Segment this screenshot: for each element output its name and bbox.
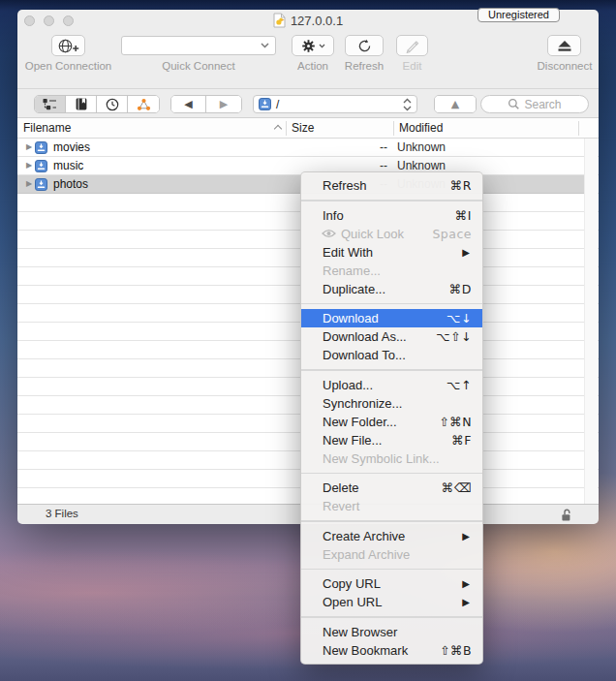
scrollbar-track[interactable] bbox=[584, 139, 598, 504]
menu-item-label: Synchronize... bbox=[323, 394, 402, 413]
forward-button[interactable]: ▶ bbox=[206, 96, 241, 112]
file-row-movies[interactable]: ▶movies--Unknown bbox=[17, 139, 584, 157]
chevron-down-icon bbox=[319, 44, 325, 48]
menu-item-synchronize[interactable]: Synchronize... bbox=[301, 394, 482, 413]
menu-item-label: Edit With bbox=[323, 243, 373, 262]
menu-item-shortcut: Space bbox=[432, 225, 472, 243]
forward-icon: ▶ bbox=[220, 98, 228, 110]
disclosure-triangle-icon[interactable]: ▶ bbox=[26, 157, 32, 174]
context-menu: Refresh⌘RInfo⌘IQuick LookSpaceEdit With▶… bbox=[300, 171, 483, 665]
menu-item-download-to[interactable]: Download To... bbox=[301, 346, 482, 364]
column-header-filename[interactable]: Filename bbox=[23, 121, 71, 135]
menu-item-label: Create Archive bbox=[323, 527, 405, 545]
menu-item-info[interactable]: Info⌘I bbox=[301, 206, 482, 225]
refresh-button[interactable] bbox=[345, 35, 384, 56]
menu-item-shortcut: ⌘⌫ bbox=[442, 479, 472, 497]
menu-item-edit-with[interactable]: Edit With▶ bbox=[301, 243, 482, 262]
menu-item-new-folder[interactable]: New Folder...⇧⌘N bbox=[301, 413, 482, 431]
bonjour-view-button[interactable] bbox=[128, 96, 159, 112]
quick-connect-label: Quick Connect bbox=[150, 60, 247, 74]
menu-item-shortcut: ⌘F bbox=[451, 431, 472, 449]
minimize-window-button[interactable] bbox=[44, 15, 54, 26]
menu-item-duplicate[interactable]: Duplicate...⌘D bbox=[301, 280, 482, 298]
file-modified: Unknown bbox=[397, 139, 446, 156]
eject-icon bbox=[557, 40, 572, 52]
column-divider[interactable] bbox=[286, 121, 287, 136]
unregistered-badge[interactable]: Unregistered bbox=[477, 8, 560, 22]
remote-folder-icon bbox=[35, 141, 47, 154]
up-arrow-icon: ▲ bbox=[451, 98, 459, 110]
edit-button[interactable] bbox=[396, 35, 428, 56]
open-connection-button[interactable] bbox=[51, 35, 85, 56]
navigation-toolbar: ◀ ▶ / ▲ bbox=[17, 89, 599, 118]
back-button[interactable]: ◀ bbox=[171, 96, 206, 112]
column-header-size[interactable]: Size bbox=[292, 121, 314, 135]
path-popup[interactable]: / bbox=[253, 95, 417, 113]
history-view-button[interactable] bbox=[97, 96, 128, 112]
menu-item-download-as[interactable]: Download As...⌥⇧↓ bbox=[301, 327, 482, 346]
menu-item-label: Download As... bbox=[323, 327, 407, 346]
disclosure-triangle-icon[interactable]: ▶ bbox=[26, 139, 32, 156]
search-placeholder: Search bbox=[524, 98, 561, 111]
go-up-control: ▲ bbox=[434, 95, 477, 113]
bookmark-book-icon bbox=[76, 98, 87, 110]
up-directory-button[interactable]: ▲ bbox=[435, 96, 476, 112]
menu-item-open-url[interactable]: Open URL▶ bbox=[301, 593, 482, 611]
menu-separator bbox=[301, 520, 482, 522]
document-duck-icon bbox=[273, 13, 286, 28]
menu-item-download[interactable]: Download⌥↓ bbox=[301, 309, 482, 327]
disconnect-button[interactable] bbox=[547, 35, 581, 56]
file-name: movies bbox=[53, 139, 90, 156]
column-divider[interactable] bbox=[393, 121, 394, 136]
back-icon: ◀ bbox=[184, 98, 192, 110]
menu-item-label: New File... bbox=[323, 431, 382, 449]
close-window-button[interactable] bbox=[24, 15, 35, 26]
menu-item-label: Download To... bbox=[323, 346, 406, 364]
menu-item-label: Open URL bbox=[323, 593, 382, 611]
menu-item-label: Quick Look bbox=[341, 225, 404, 243]
file-name: photos bbox=[53, 175, 88, 193]
bookmarks-view-button[interactable] bbox=[66, 96, 97, 112]
menu-separator bbox=[301, 369, 482, 371]
menu-item-shortcut: ⌘R bbox=[450, 176, 472, 195]
open-connection-label: Open Connection bbox=[17, 60, 119, 74]
clock-icon bbox=[106, 98, 119, 111]
menu-item-label: New Browser bbox=[323, 623, 397, 641]
remote-folder-icon bbox=[35, 178, 47, 191]
status-text: 3 Files bbox=[46, 508, 78, 519]
menu-item-revert: Revert bbox=[301, 497, 482, 515]
column-divider[interactable] bbox=[578, 121, 579, 136]
menu-item-expand-archive: Expand Archive bbox=[301, 545, 482, 564]
submenu-arrow-icon: ▶ bbox=[462, 243, 472, 262]
menu-item-shortcut: ⇧⌘N bbox=[439, 413, 472, 431]
action-button[interactable] bbox=[292, 35, 334, 56]
search-field[interactable]: Search bbox=[480, 95, 589, 113]
zoom-window-button[interactable] bbox=[63, 15, 74, 26]
disconnect-label: Disconnect bbox=[526, 60, 603, 74]
unlocked-padlock-icon bbox=[560, 508, 572, 522]
menu-item-new-symbolic-link: New Symbolic Link... bbox=[301, 449, 482, 468]
disclosure-triangle-icon[interactable]: ▶ bbox=[26, 175, 32, 193]
menu-item-label: Revert bbox=[323, 497, 359, 515]
menu-item-delete[interactable]: Delete⌘⌫ bbox=[301, 479, 482, 497]
column-header-modified[interactable]: Modified bbox=[399, 121, 443, 135]
menu-item-upload[interactable]: Upload...⌥↑ bbox=[301, 376, 482, 394]
window-title: 127.0.0.1 bbox=[291, 14, 343, 28]
bonjour-icon bbox=[137, 98, 151, 111]
menu-item-refresh[interactable]: Refresh⌘R bbox=[301, 176, 482, 195]
menu-item-shortcut: ⇧⌘B bbox=[440, 641, 472, 660]
menu-item-new-browser[interactable]: New Browser bbox=[301, 623, 482, 641]
quick-connect-combobox[interactable] bbox=[121, 36, 276, 55]
menu-item-shortcut: ⌥↓ bbox=[447, 309, 472, 327]
menu-separator bbox=[301, 473, 482, 475]
menu-item-copy-url[interactable]: Copy URL▶ bbox=[301, 574, 482, 593]
menu-item-new-file[interactable]: New File...⌘F bbox=[301, 431, 482, 449]
file-name: music bbox=[53, 157, 83, 174]
menu-item-quick-look: Quick LookSpace bbox=[301, 225, 482, 243]
sort-ascending-icon bbox=[274, 125, 282, 133]
menu-item-label: Copy URL bbox=[323, 574, 381, 593]
menu-item-create-archive[interactable]: Create Archive▶ bbox=[301, 527, 482, 545]
outline-view-button[interactable] bbox=[35, 96, 66, 112]
menu-separator bbox=[301, 200, 482, 201]
menu-item-new-bookmark[interactable]: New Bookmark⇧⌘B bbox=[301, 641, 482, 660]
